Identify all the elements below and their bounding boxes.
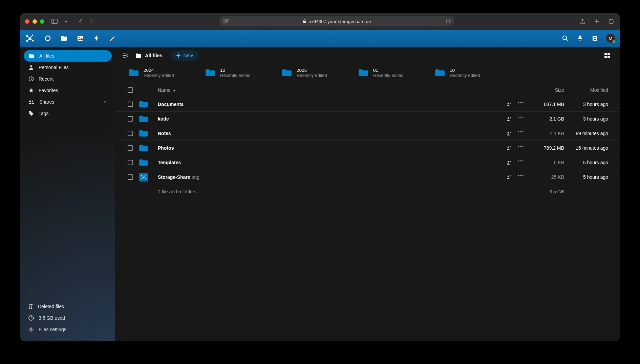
sidebar-item-shares[interactable]: Shares bbox=[24, 96, 112, 108]
breadcrumb[interactable]: All files bbox=[135, 53, 163, 58]
column-header-modified[interactable]: Modified bbox=[564, 87, 612, 93]
main-panel: All files New 2024Recently edited12Recen… bbox=[115, 47, 618, 341]
forward-button[interactable] bbox=[87, 17, 95, 25]
file-name: kode bbox=[158, 116, 169, 122]
recent-subtitle: Recently edited bbox=[144, 73, 174, 78]
address-bar[interactable]: nx64307.your-storageshare.de bbox=[220, 16, 454, 26]
sidebar-item-recent[interactable]: Recent bbox=[24, 73, 112, 85]
svg-point-44 bbox=[518, 131, 519, 132]
svg-line-63 bbox=[144, 177, 146, 179]
search-icon[interactable] bbox=[561, 35, 569, 42]
recent-folder[interactable]: 2024Recently edited bbox=[129, 68, 196, 78]
app-logo-icon[interactable] bbox=[25, 34, 35, 43]
app-topbar: M bbox=[20, 30, 620, 47]
checkbox[interactable] bbox=[128, 116, 133, 122]
checkbox-all[interactable] bbox=[128, 87, 133, 93]
sidebar-storage-used[interactable]: 3.5 GB used bbox=[24, 312, 112, 324]
svg-line-60 bbox=[142, 176, 144, 177]
svg-point-20 bbox=[563, 36, 567, 40]
reader-icon[interactable] bbox=[223, 19, 229, 23]
svg-point-26 bbox=[29, 100, 31, 102]
svg-point-40 bbox=[518, 116, 519, 117]
files-icon[interactable] bbox=[60, 35, 68, 42]
new-button[interactable]: New bbox=[171, 50, 198, 61]
sidebar-toggle-icon[interactable] bbox=[50, 17, 59, 25]
new-tab-icon[interactable] bbox=[593, 17, 601, 25]
notes-icon[interactable] bbox=[109, 35, 116, 42]
more-actions-icon[interactable] bbox=[518, 131, 524, 136]
sidebar-item-label: All files bbox=[39, 53, 54, 59]
star-icon bbox=[28, 88, 34, 93]
table-row[interactable]: Templates 0 KB 5 hours ago bbox=[115, 155, 618, 170]
svg-point-49 bbox=[520, 146, 521, 147]
activity-icon[interactable] bbox=[93, 35, 100, 42]
sidebar-item-personal[interactable]: Personal Files bbox=[24, 62, 112, 73]
sidebar-item-label: Deleted files bbox=[38, 304, 64, 309]
table-row[interactable]: Photos 789.2 MB 16 minutes ago bbox=[115, 141, 618, 155]
back-button[interactable] bbox=[77, 17, 85, 25]
add-share-icon[interactable] bbox=[507, 131, 512, 136]
file-modified: 5 hours ago bbox=[564, 160, 612, 165]
sidebar-item-all-files[interactable]: All files bbox=[24, 50, 112, 62]
sidebar-item-tags[interactable]: Tags bbox=[24, 108, 112, 119]
column-header-size[interactable]: Size bbox=[524, 87, 564, 93]
svg-point-23 bbox=[594, 37, 596, 39]
add-share-icon[interactable] bbox=[507, 116, 512, 121]
share-icon[interactable] bbox=[578, 17, 586, 25]
more-actions-icon[interactable] bbox=[518, 160, 524, 165]
recent-subtitle: Recently edited bbox=[373, 73, 404, 78]
file-modified: 3 hours ago bbox=[564, 102, 612, 107]
more-actions-icon[interactable] bbox=[518, 175, 524, 179]
tabs-overview-icon[interactable] bbox=[607, 17, 615, 25]
file-table-body: Documents 687.1 MB 3 hours ago kode 2.1 … bbox=[115, 97, 618, 184]
svg-point-47 bbox=[508, 147, 509, 148]
add-share-icon[interactable] bbox=[507, 175, 512, 179]
file-modified: 5 hours ago bbox=[564, 174, 612, 180]
chevron-down-icon[interactable] bbox=[62, 17, 70, 25]
table-row[interactable]: Storage-Share.png 25 KB 5 hours ago bbox=[115, 170, 618, 184]
notifications-icon[interactable] bbox=[576, 35, 584, 42]
sidebar-item-favorites[interactable]: Favorites bbox=[24, 85, 112, 96]
view-toggle-button[interactable] bbox=[604, 52, 613, 59]
svg-point-17 bbox=[45, 36, 50, 41]
browser-chrome: nx64307.your-storageshare.de bbox=[20, 13, 620, 30]
svg-point-24 bbox=[30, 65, 32, 67]
recent-folder[interactable]: 01Recently edited bbox=[358, 68, 426, 78]
sort-asc-icon: ▲ bbox=[172, 88, 176, 92]
maximize-window-button[interactable] bbox=[40, 19, 44, 24]
column-header-name[interactable]: Name ▲ bbox=[158, 87, 483, 93]
add-share-icon[interactable] bbox=[507, 160, 512, 165]
svg-line-61 bbox=[144, 175, 145, 177]
recent-name: 12 bbox=[220, 68, 251, 73]
table-row[interactable]: kode 2.1 GB 3 hours ago bbox=[115, 111, 618, 126]
collapse-sidebar-button[interactable] bbox=[121, 51, 129, 60]
photos-icon[interactable] bbox=[77, 35, 84, 42]
summary-total: 3.5 GB bbox=[549, 189, 564, 194]
table-row[interactable]: Documents 687.1 MB 3 hours ago bbox=[115, 97, 618, 111]
minimize-window-button[interactable] bbox=[33, 19, 37, 24]
table-row[interactable]: Notes < 1 KB 89 minutes ago bbox=[115, 126, 618, 141]
contacts-icon[interactable] bbox=[591, 35, 599, 42]
close-window-button[interactable] bbox=[25, 19, 29, 24]
sidebar-files-settings[interactable]: Files settings bbox=[24, 324, 112, 335]
add-share-icon[interactable] bbox=[507, 146, 512, 150]
checkbox[interactable] bbox=[128, 160, 133, 165]
add-share-icon[interactable] bbox=[507, 102, 512, 107]
folder-icon bbox=[139, 159, 148, 166]
svg-rect-31 bbox=[604, 53, 607, 55]
dashboard-icon[interactable] bbox=[44, 35, 51, 42]
checkbox[interactable] bbox=[128, 102, 133, 107]
sidebar-deleted-files[interactable]: Deleted files bbox=[24, 301, 112, 312]
more-actions-icon[interactable] bbox=[518, 102, 524, 107]
checkbox[interactable] bbox=[128, 145, 133, 151]
checkbox[interactable] bbox=[128, 174, 133, 180]
recent-folder[interactable]: 12Recently edited bbox=[205, 68, 273, 78]
reload-icon[interactable] bbox=[446, 19, 450, 24]
svg-rect-6 bbox=[303, 21, 306, 23]
checkbox[interactable] bbox=[128, 131, 133, 136]
recent-folder[interactable]: 10Recently edited bbox=[435, 68, 503, 78]
more-actions-icon[interactable] bbox=[518, 116, 524, 121]
avatar[interactable]: M bbox=[606, 34, 615, 43]
more-actions-icon[interactable] bbox=[518, 146, 524, 150]
recent-folder[interactable]: 2025Recently edited bbox=[282, 68, 349, 78]
